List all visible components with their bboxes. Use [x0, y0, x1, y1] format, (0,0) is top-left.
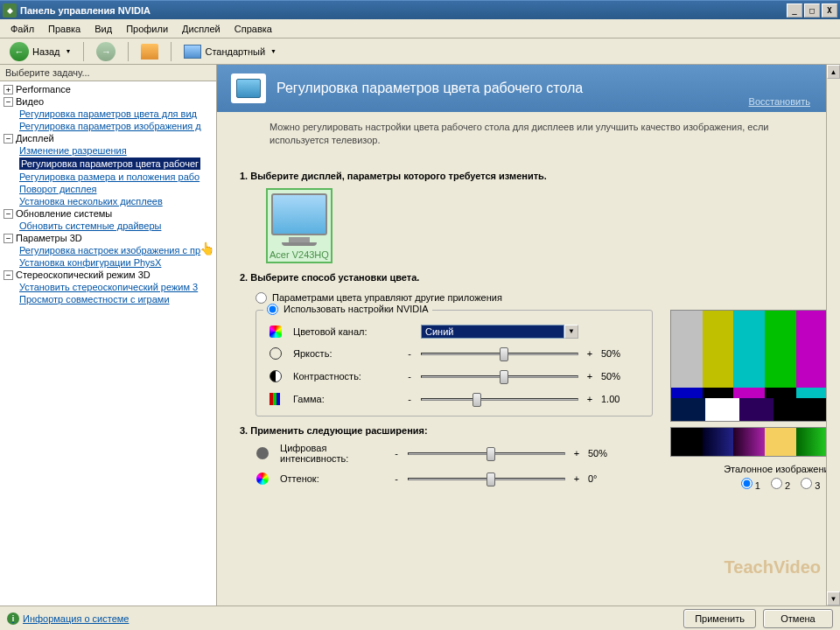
tree-item-update-drivers[interactable]: Обновить системные драйверы [2, 220, 214, 232]
gamma-icon [269, 392, 283, 406]
hue-label: Оттенок: [280, 473, 385, 484]
scroll-down-icon[interactable]: ▼ [827, 592, 840, 606]
collapse-icon[interactable]: − [4, 234, 13, 243]
tree-item-resolution[interactable]: Изменение разрешения [2, 144, 214, 157]
reference-label: Эталонное изображение: [670, 464, 840, 474]
tree-node-display[interactable]: −Дисплей [2, 132, 214, 144]
digital-slider[interactable] [408, 445, 565, 461]
toolbar: ← Назад ▼ → Стандартный ▼ [0, 38, 840, 65]
hue-slider[interactable] [408, 471, 565, 486]
maximize-button[interactable]: □ [804, 4, 820, 18]
chevron-down-icon: ▼ [270, 48, 276, 54]
menu-display[interactable]: Дисплей [175, 22, 228, 36]
radio-nvidia[interactable]: Использовать настройки NVIDIA [263, 304, 432, 315]
collapse-icon[interactable]: − [4, 209, 13, 219]
channel-icon [269, 325, 283, 339]
view-icon [184, 45, 201, 59]
tree-item-rotate[interactable]: Поворот дисплея [2, 183, 214, 195]
home-button[interactable] [135, 41, 164, 62]
system-info-link[interactable]: i Информация о системе [7, 612, 129, 625]
apply-button[interactable]: Применить [683, 609, 756, 628]
hue-value: 0° [588, 473, 626, 484]
section3-title: 3. Применить следующие расширения: [240, 425, 653, 436]
chevron-down-icon[interactable]: ▼ [564, 325, 578, 339]
tree-node-performance[interactable]: +Performance [2, 83, 214, 95]
banner-monitor-icon [231, 74, 266, 103]
main-panel: Регулировка параметров цвета рабочего ст… [217, 65, 840, 606]
back-button[interactable]: ← Назад ▼ [4, 39, 77, 64]
tree-item-physx[interactable]: Установка конфигурации PhysX [2, 256, 214, 269]
tree-item-desktop-color[interactable]: Регулировка параметров цвета рабочег [2, 157, 214, 171]
forward-button[interactable]: → [90, 39, 122, 64]
scrollbar[interactable]: ▲ ▼ [826, 65, 840, 606]
gamma-slider[interactable] [421, 391, 578, 407]
channel-combo[interactable]: Синий ▼ [421, 325, 578, 339]
tree-node-stereo[interactable]: −Стереоскопический режим 3D [2, 269, 214, 281]
brightness-label: Яркость: [293, 348, 398, 359]
reference-panel: Эталонное изображение: 1 2 3 [670, 310, 840, 491]
page-title: Регулировка параметров цвета рабочего ст… [276, 80, 583, 96]
menubar: Файл Правка Вид Профили Дисплей Справка [0, 19, 840, 38]
monitor-icon [271, 193, 327, 235]
hue-icon [256, 472, 270, 486]
back-arrow-icon: ← [10, 42, 29, 61]
contrast-slider[interactable] [421, 368, 578, 384]
tree-item-size-position[interactable]: Регулировка размера и положения рабо [2, 171, 214, 183]
ref-radio-3[interactable]: 3 [801, 478, 820, 491]
ref-radio-2[interactable]: 2 [771, 478, 790, 491]
contrast-value: 50% [601, 371, 640, 382]
collapse-icon[interactable]: − [4, 97, 13, 107]
section1-title: 1. Выберите дисплей, параметры которого … [240, 171, 803, 181]
digital-value: 50% [588, 448, 626, 458]
section2-title: 2. Выберите способ установки цвета. [240, 272, 803, 283]
chevron-down-icon: ▼ [66, 48, 72, 54]
channel-label: Цветовой канал: [293, 326, 398, 337]
tree-item-3d-image[interactable]: Регулировка настроек изображения с пр [2, 244, 214, 256]
minus-icon: - [405, 348, 414, 359]
collapse-icon[interactable]: − [4, 270, 13, 280]
tree-item-multi-display[interactable]: Установка нескольких дисплеев [2, 195, 214, 207]
brightness-value: 50% [601, 348, 640, 359]
channel-value: Синий [421, 325, 564, 339]
close-button[interactable]: X [822, 4, 837, 18]
menu-view[interactable]: Вид [88, 22, 119, 36]
page-banner: Регулировка параметров цвета рабочего ст… [217, 65, 826, 112]
task-tree: +Performance −Видео Регулировка параметр… [0, 81, 216, 606]
separator [83, 42, 84, 61]
gamma-value: 1.00 [601, 394, 640, 404]
menu-help[interactable]: Справка [228, 22, 279, 36]
radio-input[interactable] [256, 292, 267, 304]
tree-node-sysupdate[interactable]: −Обновление системы [2, 207, 214, 220]
tree-node-3d[interactable]: −Параметры 3D [2, 232, 214, 244]
tree-node-video[interactable]: −Видео [2, 95, 214, 108]
sidebar-header: Выберите задачу... [0, 65, 216, 81]
tree-item-set-stereo[interactable]: Установить стереоскопический режим 3 [2, 281, 214, 293]
home-icon [141, 44, 158, 60]
tree-item-game-compat[interactable]: Просмотр совместности с играми [2, 293, 214, 305]
tree-item-video-image[interactable]: Регулировка параметров изображения д [2, 120, 214, 132]
monitor-item[interactable]: Acer V243HQ [266, 188, 332, 263]
collapse-icon[interactable]: − [4, 134, 13, 144]
colorbar-preview [670, 310, 840, 422]
menu-edit[interactable]: Правка [41, 22, 88, 36]
cancel-button[interactable]: Отмена [763, 609, 833, 628]
expand-icon[interactable]: + [4, 85, 13, 94]
digital-label: Цифровая интенсивность: [280, 443, 385, 464]
tree-item-video-color[interactable]: Регулировка параметров цвета для вид [2, 108, 214, 120]
restore-link[interactable]: Восстановить [749, 96, 810, 107]
contrast-icon [269, 369, 283, 383]
view-mode-button[interactable]: Стандартный ▼ [178, 42, 283, 61]
brightness-slider[interactable] [421, 346, 578, 361]
scroll-up-icon[interactable]: ▲ [827, 65, 840, 79]
menu-file[interactable]: Файл [4, 22, 41, 36]
statusbar: i Информация о системе Применить Отмена [0, 606, 840, 630]
gradient-preview [670, 427, 840, 457]
nvidia-settings-group: Использовать настройки NVIDIA Цветовой к… [256, 310, 653, 416]
menu-profiles[interactable]: Профили [119, 22, 175, 36]
ref-radio-1[interactable]: 1 [741, 478, 760, 491]
sidebar: Выберите задачу... +Performance −Видео Р… [0, 65, 217, 606]
minimize-button[interactable]: _ [787, 4, 802, 18]
separator [171, 42, 172, 61]
window-title: Панель управления NVIDIA [20, 5, 787, 16]
radio-input[interactable] [267, 304, 278, 315]
